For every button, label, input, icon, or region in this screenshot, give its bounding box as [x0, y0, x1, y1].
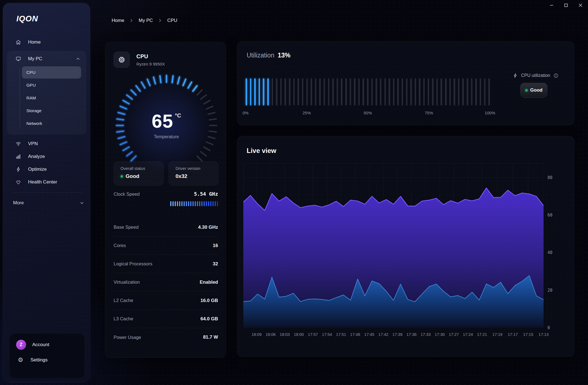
sidebar-item-more[interactable]: More [3, 197, 90, 209]
live-view-chart [243, 163, 544, 328]
sidebar-item-cpu[interactable]: CPU [22, 66, 81, 79]
utilization-legend: CPU utilization [512, 73, 559, 78]
x-axis-label: 17:27 [449, 332, 459, 337]
sidebar-item-gpu[interactable]: GPU [22, 79, 81, 91]
gear-icon: ⚙ [18, 356, 23, 363]
overall-status-chip: Overall status Good [114, 161, 164, 186]
sidebar-item-analyze[interactable]: Analyze [3, 150, 90, 163]
utilization-title: Utilization 13% [247, 52, 291, 59]
settings-button[interactable]: ⚙ Settings [9, 350, 84, 363]
stat-row-l3-cache: L3 Cache64.0 GB [114, 310, 218, 328]
y-axis-label: 0 [547, 325, 550, 330]
home-icon [15, 39, 21, 45]
x-axis-label: 17:13 [539, 332, 549, 337]
sidebar-item-ram[interactable]: RAM [22, 92, 81, 104]
utilization-axis-label: 25% [302, 110, 311, 115]
gauge-label: Temperature [154, 134, 179, 139]
sidebar-item-label: Home [28, 39, 41, 45]
stat-row-cores: Cores16 [114, 236, 218, 255]
sidebar-item-storage[interactable]: Storage [22, 105, 81, 117]
x-axis-label: 17:57 [308, 332, 318, 337]
x-axis-label: 17:21 [477, 332, 487, 337]
sidebar-item-health-center[interactable]: Health Center [3, 176, 90, 188]
stat-row-virtualization: VirtualizationEnabled [114, 273, 218, 291]
x-axis-label: 18:09 [251, 332, 261, 337]
x-axis-label: 17:51 [336, 332, 346, 337]
live-view-title: Live view [247, 147, 276, 155]
utilization-status-badge: Good [520, 83, 547, 98]
x-axis-label: 17:24 [463, 332, 473, 337]
my-pc-submenu: CPU GPU RAM Storage Network [20, 66, 86, 130]
cpu-card-header: CPU Ryzen 9 9950X [114, 52, 165, 68]
sidebar-divider [11, 192, 82, 193]
overall-status-value: Good [126, 173, 139, 179]
breadcrumb-my-pc[interactable]: My PC [139, 18, 153, 23]
x-axis-label: 18:03 [280, 332, 290, 337]
y-axis-label: 20 [547, 288, 552, 293]
cpu-chip-icon [114, 52, 130, 68]
minimize-icon[interactable] [548, 2, 555, 9]
cpu-stats-list: Base Speed4.30 GHz Cores16 Logical Proce… [114, 218, 218, 346]
chart-y-axis: 806040200 [547, 163, 560, 328]
live-view-card: Live view 806040200 18:0918:0618:0318:00… [237, 136, 574, 357]
stat-row-l2-cache: L2 Cache16.0 GB [114, 291, 218, 310]
clock-speed-value: 5.54 GHz [194, 191, 218, 197]
x-axis-label: 18:00 [294, 332, 304, 337]
chevron-right-icon [129, 18, 134, 23]
utilization-axis-label: 75% [425, 110, 433, 115]
driver-version-value: 0x32 [176, 173, 187, 179]
chevron-up-icon[interactable] [76, 56, 81, 61]
account-label: Account [32, 342, 49, 348]
y-axis-label: 60 [547, 213, 552, 218]
sidebar-item-home[interactable]: Home [3, 36, 90, 49]
x-axis-label: 17:54 [322, 332, 332, 337]
avatar: Z [16, 340, 26, 350]
sidebar-item-label: VPN [28, 141, 38, 147]
info-icon[interactable] [553, 73, 559, 78]
utilization-status: Good [530, 87, 542, 93]
utilization-value: 13% [278, 52, 291, 59]
sidebar-nav: Home My PC CPU GP [3, 36, 90, 209]
breadcrumb-home[interactable]: Home [112, 18, 124, 23]
sidebar-group-my-pc: My PC CPU GPU RAM Storage Network [7, 51, 86, 135]
x-axis-label: 17:15 [523, 332, 533, 337]
x-axis-label: 17:36 [407, 332, 417, 337]
x-axis-label: 17:45 [364, 332, 374, 337]
window-controls [548, 2, 584, 9]
clock-speed-label: Clock Speed [114, 192, 140, 197]
x-axis-label: 17:33 [421, 332, 431, 337]
sidebar-item-optimize[interactable]: Optimize [3, 163, 90, 176]
utilization-legend-label: CPU utilization [521, 73, 550, 78]
account-button[interactable]: Z Account [9, 334, 84, 350]
sidebar-item-label: My PC [28, 56, 81, 62]
utilization-axis: 0%25%50%75%100% [246, 110, 490, 116]
breadcrumb-cpu[interactable]: CPU [167, 18, 177, 23]
app-logo: IQON [16, 14, 38, 23]
sidebar-item-my-pc[interactable]: My PC [7, 52, 86, 65]
sidebar-item-network[interactable]: Network [22, 117, 81, 130]
maximize-icon[interactable] [562, 2, 570, 9]
clock-speed-ticks [114, 201, 218, 206]
x-axis-label: 17:19 [492, 332, 502, 337]
stat-row-logical-processors: Logical Processors32 [114, 255, 218, 273]
utilization-axis-label: 50% [364, 110, 372, 115]
y-axis-label: 80 [547, 175, 552, 180]
cpu-info-card: CPU Ryzen 9 9950X 65 °C Temperature Over… [105, 42, 226, 358]
sidebar-item-label: Analyze [28, 154, 45, 159]
more-label: More [13, 200, 24, 206]
stat-row-power-usage: Power Usage81.7 W [114, 328, 218, 346]
monitor-icon [15, 56, 21, 62]
clock-speed-block: Clock Speed 5.54 GHz [114, 191, 218, 206]
utilization-bars [246, 78, 490, 105]
app-window: IQON Home My PC [0, 0, 588, 385]
sidebar-item-vpn[interactable]: VPN [3, 137, 90, 150]
status-dot [525, 89, 528, 92]
area-chart [243, 163, 544, 328]
close-icon[interactable] [577, 2, 584, 9]
temperature-unit: °C [175, 113, 181, 118]
settings-label: Settings [31, 357, 47, 363]
lightning-icon [15, 166, 21, 172]
chevron-down-icon [79, 200, 84, 205]
y-axis-label: 40 [547, 250, 552, 255]
submenu-guide-line [20, 68, 20, 129]
